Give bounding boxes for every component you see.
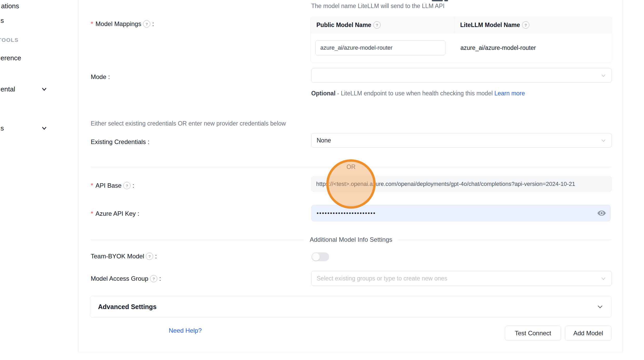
chevron-down-icon [601,138,606,143]
sidebar: ations s TOOLS erence ental s [0,0,78,360]
help-icon[interactable]: ? [123,182,131,189]
help-icon[interactable]: ? [373,21,381,29]
credentials-note: Either select existing credentials OR en… [91,120,286,127]
eye-icon[interactable] [597,210,606,217]
advanced-settings-panel[interactable]: Advanced Settings [90,296,612,318]
cutoff-text-fragment [432,0,443,1]
click-annotation-circle [326,159,376,209]
azure-api-key-label: * Azure API Key : [91,210,139,217]
sidebar-item-organizations[interactable]: ations [1,2,19,10]
add-model-button[interactable]: Add Model [565,326,612,341]
required-asterisk: * [91,210,93,217]
sidebar-item[interactable]: s [1,17,4,25]
model-access-group-select[interactable]: Select existing groups or type to create… [311,271,612,286]
required-asterisk: * [91,182,93,189]
advanced-settings-title: Advanced Settings [98,303,157,311]
masked-password-value: •••••••••••••••••••••• [317,210,376,216]
mode-help-text: Optional - LiteLLM endpoint to use when … [311,88,527,99]
column-header-public-model-name: Public Model Name ? [311,17,454,33]
sidebar-item-settings[interactable]: s [1,124,4,132]
help-icon[interactable]: ? [150,275,157,282]
toggle-knob [312,253,320,261]
required-asterisk: * [91,20,93,28]
help-icon[interactable]: ? [522,21,529,29]
help-icon[interactable]: ? [146,253,153,260]
mode-label: Mode: [91,73,110,81]
column-header-litellm-model-name: LiteLLM Model Name ? [454,17,612,33]
existing-credentials-select[interactable]: None [311,133,612,148]
model-mappings-label: * Model Mappings ? : [91,20,154,28]
chevron-down-icon[interactable] [41,125,48,132]
sidebar-item-experimental[interactable]: ental [1,85,15,93]
test-connect-button[interactable]: Test Connect [505,326,561,341]
additional-settings-divider: Additional Model Info Settings [91,234,611,245]
help-icon[interactable]: ? [143,20,150,28]
sidebar-item-reference[interactable]: erence [1,54,21,62]
table-row: azure_ai/azure-model-router azure_ai/azu… [311,33,612,62]
need-help-link[interactable]: Need Help? [169,327,202,334]
chevron-down-icon [597,303,603,310]
table-header-row: Public Model Name ? LiteLLM Model Name ? [311,17,612,33]
chevron-down-icon[interactable] [41,86,48,93]
team-byok-toggle[interactable] [311,252,329,261]
chevron-down-icon [601,276,606,281]
api-base-label: * API Base ? : [91,182,134,189]
mode-select[interactable] [311,68,612,83]
chevron-down-icon [601,73,606,78]
model-mappings-table: Public Model Name ? LiteLLM Model Name ?… [310,17,612,63]
sidebar-section-tools: TOOLS [0,37,18,43]
model-access-group-label: Model Access Group ? : [91,275,161,282]
team-byok-label: Team-BYOK Model ? : [91,253,157,260]
cutoff-text-fragment [444,0,448,1]
public-model-name-input[interactable]: azure_ai/azure-model-router [315,40,445,55]
litellm-model-name-value: azure_ai/azure-model-router [459,44,536,51]
learn-more-link[interactable]: Learn more [494,90,525,97]
existing-credentials-label: Existing Credentials: [91,138,149,146]
model-name-help-text: The model name LiteLLM will send to the … [311,3,445,10]
